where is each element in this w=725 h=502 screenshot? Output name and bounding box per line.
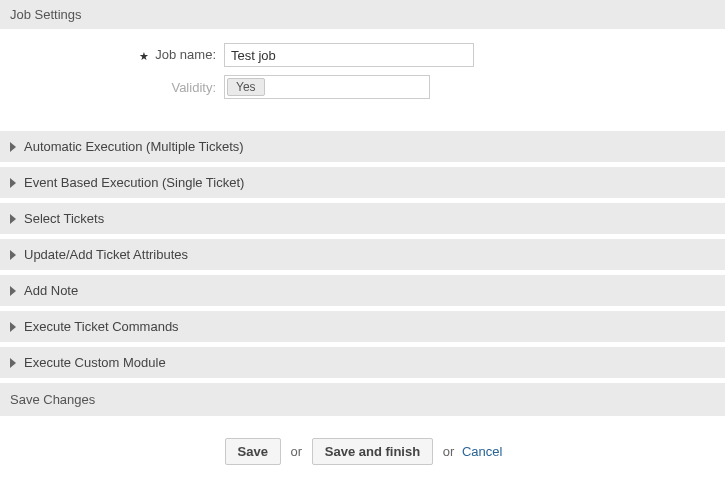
cancel-link[interactable]: Cancel: [462, 444, 502, 459]
row-validity: Validity: Yes: [10, 75, 715, 99]
section-execute-ticket-commands[interactable]: Execute Ticket Commands: [0, 311, 725, 342]
row-job-name: ★ Job name:: [10, 43, 715, 67]
panel-title: Job Settings: [10, 7, 82, 22]
section-add-note[interactable]: Add Note: [0, 275, 725, 306]
chevron-right-icon: [10, 214, 16, 224]
sections: Automatic Execution (Multiple Tickets) E…: [0, 131, 725, 378]
label-job-name: ★ Job name:: [10, 47, 224, 62]
section-title: Update/Add Ticket Attributes: [24, 247, 188, 262]
save-button[interactable]: Save: [225, 438, 281, 465]
panel-header-save-changes: Save Changes: [0, 383, 725, 416]
chevron-right-icon: [10, 358, 16, 368]
actions-bar: Save or Save and finish or Cancel: [0, 416, 725, 485]
form-area: ★ Job name: Validity: Yes: [0, 31, 725, 125]
save-and-finish-button[interactable]: Save and finish: [312, 438, 433, 465]
section-automatic-execution[interactable]: Automatic Execution (Multiple Tickets): [0, 131, 725, 162]
section-select-tickets[interactable]: Select Tickets: [0, 203, 725, 234]
section-event-based-execution[interactable]: Event Based Execution (Single Ticket): [0, 167, 725, 198]
validity-field[interactable]: Yes: [224, 75, 430, 99]
panel-header-job-settings: Job Settings: [0, 0, 725, 29]
section-title: Execute Ticket Commands: [24, 319, 179, 334]
or-text: or: [291, 444, 303, 459]
job-name-input[interactable]: [224, 43, 474, 67]
validity-value-button[interactable]: Yes: [227, 78, 265, 96]
chevron-right-icon: [10, 142, 16, 152]
chevron-right-icon: [10, 250, 16, 260]
section-update-add-ticket-attributes[interactable]: Update/Add Ticket Attributes: [0, 239, 725, 270]
chevron-right-icon: [10, 178, 16, 188]
section-title: Execute Custom Module: [24, 355, 166, 370]
label-validity: Validity:: [10, 80, 224, 95]
chevron-right-icon: [10, 286, 16, 296]
section-title: Event Based Execution (Single Ticket): [24, 175, 244, 190]
section-title: Add Note: [24, 283, 78, 298]
section-title: Automatic Execution (Multiple Tickets): [24, 139, 244, 154]
chevron-right-icon: [10, 322, 16, 332]
save-changes-title: Save Changes: [10, 392, 95, 407]
section-title: Select Tickets: [24, 211, 104, 226]
required-star-icon: ★: [139, 50, 149, 62]
section-execute-custom-module[interactable]: Execute Custom Module: [0, 347, 725, 378]
or-text: or: [443, 444, 455, 459]
label-validity-text: Validity:: [171, 80, 216, 95]
label-job-name-text: Job name:: [155, 47, 216, 62]
